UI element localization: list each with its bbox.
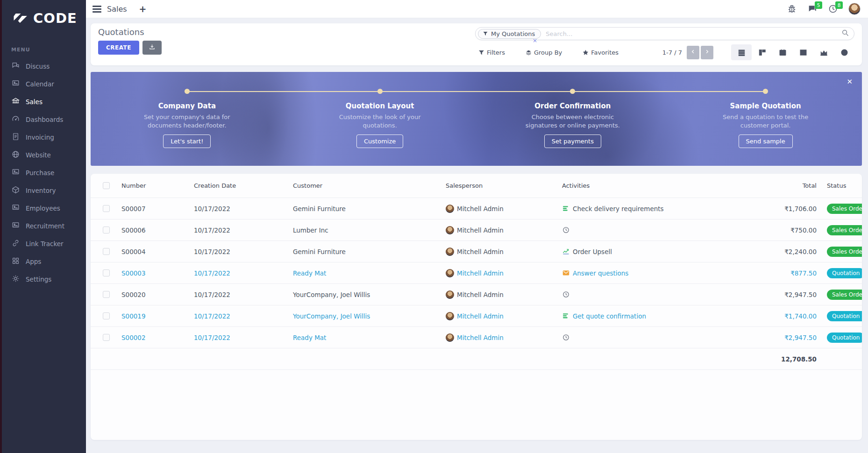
column-header-creation-date[interactable]: Creation Date — [192, 182, 291, 189]
sidebar-item-recruitment[interactable]: Recruitment — [0, 217, 86, 235]
column-header-customer[interactable]: Customer — [291, 182, 444, 189]
step-action-button[interactable]: Customize — [356, 134, 403, 148]
activities-clock-icon[interactable]: 8 — [828, 4, 838, 14]
table-row-s00006[interactable]: S0000610/17/2022Lumber IncMitchell Admin… — [91, 219, 862, 241]
cell-number[interactable]: S00004 — [120, 248, 192, 255]
cell-number[interactable]: S00020 — [120, 291, 192, 298]
cell-creation-date[interactable]: 10/17/2022 — [192, 226, 291, 234]
sidebar-item-discuss[interactable]: Discuss — [0, 57, 86, 75]
row-checkbox[interactable] — [103, 291, 110, 298]
cell-salesperson[interactable]: Mitchell Admin — [444, 290, 560, 299]
view-graph-button[interactable] — [813, 44, 834, 60]
activity-label: Order Upsell — [573, 248, 612, 255]
cell-customer[interactable]: Lumber Inc — [291, 226, 444, 234]
brand-logo[interactable]: CODE — [0, 0, 86, 26]
sidebar-item-link-tracker[interactable]: Link Tracker — [0, 235, 86, 253]
pager-next-button[interactable] — [701, 46, 713, 59]
cell-salesperson[interactable]: Mitchell Admin — [444, 248, 560, 256]
cell-customer[interactable]: Ready Mat — [291, 269, 444, 277]
column-header-total[interactable]: Total — [738, 182, 818, 189]
sidebar-item-calendar[interactable]: Calendar — [0, 75, 86, 93]
column-header-salesperson[interactable]: Salesperson — [444, 182, 560, 189]
cell-salesperson[interactable]: Mitchell Admin — [444, 226, 560, 234]
row-checkbox[interactable] — [103, 226, 110, 234]
cell-activities[interactable] — [560, 226, 738, 234]
cell-activities[interactable]: Order Upsell — [560, 248, 738, 255]
cell-number[interactable]: S00019 — [120, 312, 192, 320]
view-calendar-button[interactable] — [772, 44, 793, 60]
cell-customer[interactable]: Ready Mat — [291, 334, 444, 341]
view-list-button[interactable] — [731, 44, 752, 60]
column-header-status[interactable]: Status — [818, 182, 862, 189]
sidebar-item-invoicing[interactable]: Invoicing — [0, 128, 86, 146]
hamburger-menu-icon[interactable] — [92, 6, 101, 13]
cell-salesperson[interactable]: Mitchell Admin — [444, 312, 560, 320]
cell-creation-date[interactable]: 10/17/2022 — [192, 312, 291, 320]
cell-customer[interactable]: YourCompany, Joel Willis — [291, 291, 444, 298]
new-tab-button[interactable]: + — [139, 4, 147, 14]
table-row-s00004[interactable]: S0000410/17/2022Gemini FurnitureMitchell… — [91, 241, 862, 262]
group-by-button[interactable]: Group By — [526, 49, 562, 56]
cell-activities[interactable]: Get quote confirmation — [560, 312, 738, 320]
select-all-checkbox[interactable] — [103, 182, 110, 189]
table-row-s00003[interactable]: S0000310/17/2022Ready MatMitchell AdminA… — [91, 262, 862, 284]
sidebar-item-inventory[interactable]: Inventory — [0, 182, 86, 199]
filters-button[interactable]: Filters — [478, 49, 505, 56]
cell-salesperson[interactable]: Mitchell Admin — [444, 205, 560, 213]
cell-customer[interactable]: Gemini Furniture — [291, 205, 444, 212]
column-header-number[interactable]: Number — [120, 182, 192, 189]
sidebar-item-apps[interactable]: Apps — [0, 253, 86, 270]
facet-remove-button[interactable]: × — [533, 37, 537, 44]
cell-number[interactable]: S00007 — [120, 205, 192, 212]
pager-previous-button[interactable] — [687, 46, 699, 59]
cell-number[interactable]: S00003 — [120, 269, 192, 277]
cell-number[interactable]: S00002 — [120, 334, 192, 341]
messages-icon[interactable]: 5 — [807, 4, 818, 14]
step-action-button[interactable]: Send sample — [739, 134, 793, 148]
table-row-s00019[interactable]: S0001910/17/2022YourCompany, Joel Willis… — [91, 305, 862, 327]
search-bar[interactable]: My Quotations × Search... — [475, 27, 854, 40]
cell-creation-date[interactable]: 10/17/2022 — [192, 205, 291, 212]
cell-salesperson[interactable]: Mitchell Admin — [444, 333, 560, 342]
row-checkbox[interactable] — [103, 248, 110, 255]
cell-number[interactable]: S00006 — [120, 226, 192, 234]
sidebar-item-settings[interactable]: Settings — [0, 270, 86, 288]
row-checkbox[interactable] — [103, 269, 110, 276]
cell-creation-date[interactable]: 10/17/2022 — [192, 248, 291, 255]
cell-activities[interactable] — [560, 290, 738, 298]
search-facet-my-quotations[interactable]: My Quotations — [478, 29, 541, 39]
step-action-button[interactable]: Set payments — [544, 134, 601, 148]
favorites-button[interactable]: Favorites — [583, 49, 619, 56]
view-pivot-button[interactable] — [793, 44, 813, 60]
cell-customer[interactable]: YourCompany, Joel Willis — [291, 312, 444, 320]
export-button[interactable] — [142, 41, 162, 55]
table-row-s00020[interactable]: S0002010/17/2022YourCompany, Joel Willis… — [91, 284, 862, 305]
view-kanban-button[interactable] — [752, 44, 772, 60]
cell-activities[interactable]: Check delivery requirements — [560, 205, 738, 212]
sidebar-item-employees[interactable]: Employees — [0, 199, 86, 217]
sidebar-item-website[interactable]: Website — [0, 146, 86, 164]
cell-salesperson[interactable]: Mitchell Admin — [444, 269, 560, 277]
create-button[interactable]: CREATE — [98, 41, 139, 55]
debug-bug-icon[interactable] — [787, 4, 797, 14]
step-action-button[interactable]: Let's start! — [163, 134, 211, 148]
table-row-s00002[interactable]: S0000210/17/2022Ready MatMitchell Admin₹… — [91, 327, 862, 348]
view-activity-button[interactable] — [834, 44, 854, 60]
cell-creation-date[interactable]: 10/17/2022 — [192, 269, 291, 277]
cell-activities[interactable] — [560, 333, 738, 341]
column-header-activities[interactable]: Activities — [560, 182, 738, 189]
sidebar-item-dashboards[interactable]: Dashboards — [0, 111, 86, 128]
user-avatar[interactable] — [848, 3, 861, 15]
row-checkbox[interactable] — [103, 334, 110, 341]
table-row-s00007[interactable]: S0000710/17/2022Gemini FurnitureMitchell… — [91, 198, 862, 219]
row-checkbox[interactable] — [103, 205, 110, 212]
cell-creation-date[interactable]: 10/17/2022 — [192, 334, 291, 341]
sidebar-item-purchase[interactable]: Purchase — [0, 164, 86, 182]
sidebar-item-sales[interactable]: Sales — [0, 93, 86, 111]
app-title[interactable]: Sales — [107, 5, 127, 14]
cell-customer[interactable]: Gemini Furniture — [291, 248, 444, 255]
cell-activities[interactable]: Answer questions — [560, 269, 738, 277]
cell-creation-date[interactable]: 10/17/2022 — [192, 291, 291, 298]
search-icon[interactable] — [841, 29, 849, 39]
row-checkbox[interactable] — [103, 312, 110, 319]
